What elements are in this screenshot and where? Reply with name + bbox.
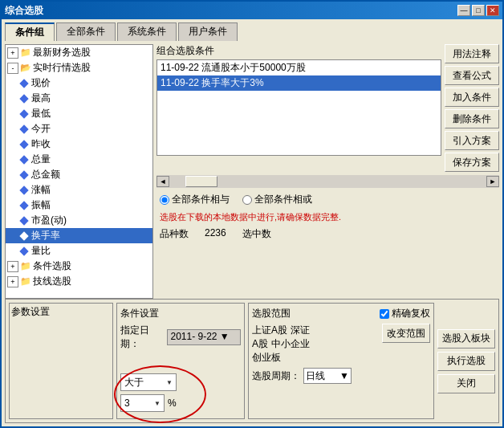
period-area: 选股周期： 日线 ▼ (252, 368, 430, 384)
param-section: 参数设置 (9, 303, 113, 419)
comparator-row: 大于 ▼ (120, 373, 241, 391)
stock-tag-row3: 创业板 (252, 351, 379, 365)
tree-item-zongliang[interactable]: 总量 (6, 152, 152, 167)
condition-tree[interactable]: + 📁 最新财务选股 - 📂 实时行情选股 现价 最高 (5, 44, 153, 299)
scroll-thumb[interactable] (185, 176, 217, 187)
date-label: 指定日期： (120, 324, 164, 351)
title-bar-buttons: — □ ✕ (457, 5, 499, 16)
tree-item-zuigao[interactable]: 最高 (6, 91, 152, 106)
count-area: 品种数 2236 选中数 (156, 226, 499, 242)
final-close-button[interactable]: 关闭 (437, 374, 495, 393)
tree-item-zongjine[interactable]: 总金额 (6, 167, 152, 182)
stock-tag-row1: 上证A股 深证 (252, 324, 379, 337)
folder-icon-top4: 📁 (20, 276, 31, 287)
close-button[interactable]: ✕ (486, 5, 499, 16)
folder-icon-top3: 📁 (20, 261, 31, 272)
add-to-sector-button[interactable]: 选股入板块 (437, 329, 495, 349)
change-range-button[interactable]: 改变范围 (382, 324, 430, 343)
precision-checkbox[interactable] (380, 309, 389, 319)
folder-icon-top2: 📂 (20, 63, 31, 74)
delete-condition-button[interactable]: 删除条件 (445, 109, 499, 128)
tab-system-conditions[interactable]: 系统条件 (117, 22, 177, 41)
period-select[interactable]: 日线 ▼ (303, 368, 352, 384)
condition-list-area: 组合选股条件 11-09-22 流通股本小于50000万股 11-09-22 换… (156, 44, 441, 172)
tree-item-top1[interactable]: + 📁 最新财务选股 (6, 45, 152, 60)
diamond-icon-jinkau (18, 124, 30, 135)
radio-option-and[interactable]: 全部条件相与 (160, 193, 230, 206)
date-dropdown-arrow: ▼ (220, 331, 230, 342)
save-plan-button[interactable]: 保存方案 (445, 153, 499, 172)
diamond-icon-xianjia (18, 78, 30, 89)
tree-item-jinkau[interactable]: 今开 (6, 121, 152, 137)
tree-item-top4[interactable]: + 📁 技线选股 (6, 274, 152, 289)
date-input[interactable]: 2011- 9-22 ▼ (167, 329, 241, 345)
view-formula-button[interactable]: 查看公式 (445, 66, 499, 85)
condition-item-2[interactable]: 11-09-22 换手率大于3% (157, 75, 441, 91)
expand-icon-top4[interactable]: + (7, 276, 18, 287)
import-plan-button[interactable]: 引入方案 (445, 131, 499, 150)
main-window: 综合选股 — □ ✕ 条件组 全部条件 系统条件 用户条件 (0, 0, 504, 428)
tab-bar: 条件组 全部条件 系统条件 用户条件 (5, 22, 499, 41)
diamond-icon-zhenfu (18, 200, 30, 211)
tree-item-zhangfu[interactable]: 涨幅 (6, 182, 152, 198)
diamond-icon-zuigao (18, 93, 30, 104)
tab-condition-group[interactable]: 条件组 (5, 22, 55, 41)
diamond-icon-zongjine (18, 169, 30, 181)
expand-icon-top2[interactable]: - (7, 63, 18, 74)
scroll-right-btn[interactable]: ► (486, 176, 499, 187)
add-condition-button[interactable]: 加入条件 (445, 88, 499, 107)
content-area: 条件组 全部条件 系统条件 用户条件 + 📁 最新财务选股 (2, 19, 502, 426)
tree-item-top3[interactable]: + 📁 条件选股 (6, 259, 152, 274)
tree-item-zuoshou[interactable]: 昨收 (6, 137, 152, 152)
use-note-button[interactable]: 用法注释 (445, 44, 499, 63)
radio-and[interactable] (160, 195, 169, 205)
folder-icon-top1: 📁 (20, 47, 31, 59)
minimize-button[interactable]: — (457, 5, 470, 16)
precision-label: 精确复权 (392, 307, 430, 320)
tab-all-conditions[interactable]: 全部条件 (56, 22, 116, 41)
stock-tags-area: 上证A股 深证 A股 中小企业 创业板 改变范围 (252, 324, 430, 365)
tree-item-zhenfu[interactable]: 振幅 (6, 198, 152, 213)
expand-icon-top1[interactable]: + (7, 47, 18, 59)
stock-range-title: 选股范围 (252, 307, 291, 320)
stock-tag-sme: 中小企业 (271, 337, 310, 351)
period-dropdown-icon: ▼ (339, 370, 349, 381)
tree-item-huanshoulu[interactable]: 换手率 (6, 228, 152, 243)
stock-tag-shenzhen: 深证 (291, 324, 310, 337)
value-select[interactable]: 3 ▼ (120, 394, 165, 412)
diamond-icon-huanshoulu (18, 230, 30, 242)
comparator-select[interactable]: 大于 ▼ (120, 373, 177, 391)
stock-tag-row2: A股 中小企业 (252, 337, 379, 351)
condition-item-1[interactable]: 11-09-22 流通股本小于50000万股 (157, 60, 441, 75)
condition-group-area: 组合选股条件 11-09-22 流通股本小于50000万股 11-09-22 换… (156, 44, 499, 172)
cond-section-title: 条件设置 (120, 307, 241, 320)
stock-range-section: 选股范围 精确复权 上证A股 深证 A股 中小企业 (248, 303, 434, 419)
radio-option-or[interactable]: 全部条件相或 (242, 193, 312, 206)
condition-group-label: 组合选股条件 (156, 44, 441, 58)
tree-item-xianjia[interactable]: 现价 (6, 75, 152, 91)
diamond-icon-liangbi (18, 246, 30, 257)
maximize-button[interactable]: □ (472, 5, 485, 16)
diamond-icon-zuidi (18, 108, 30, 120)
radio-area: 全部条件相与 全部条件相或 (156, 191, 499, 208)
precision-checkbox-area: 精确复权 (380, 307, 430, 320)
main-area: + 📁 最新财务选股 - 📂 实时行情选股 现价 最高 (5, 44, 499, 299)
right-action-buttons: 选股入板块 执行选股 关闭 (437, 303, 495, 419)
unit-label: % (168, 397, 177, 409)
value-dropdown-icon: ▼ (154, 400, 161, 407)
tree-item-top2[interactable]: - 📂 实时行情选股 (6, 60, 152, 75)
condition-settings-section: 条件设置 指定日期： 2011- 9-22 ▼ 大于 (116, 303, 245, 419)
title-bar: 综合选股 — □ ✕ (2, 2, 502, 19)
comparator-dropdown-icon: ▼ (166, 379, 173, 386)
tree-item-shiying[interactable]: 市盈(动) (6, 213, 152, 228)
radio-or[interactable] (242, 195, 252, 205)
scroll-left-btn[interactable]: ◄ (156, 176, 169, 187)
tree-item-liangbi[interactable]: 量比 (6, 243, 152, 259)
value-row: 3 ▼ % (120, 394, 241, 412)
expand-icon-top3[interactable]: + (7, 261, 18, 272)
condition-list[interactable]: 11-09-22 流通股本小于50000万股 11-09-22 换手率大于3% (156, 59, 441, 156)
horizontal-scrollbar[interactable]: ◄ ► (156, 175, 499, 188)
execute-button[interactable]: 执行选股 (437, 352, 495, 371)
tree-item-zuidi[interactable]: 最低 (6, 106, 152, 121)
tab-user-conditions[interactable]: 用户条件 (178, 22, 238, 41)
